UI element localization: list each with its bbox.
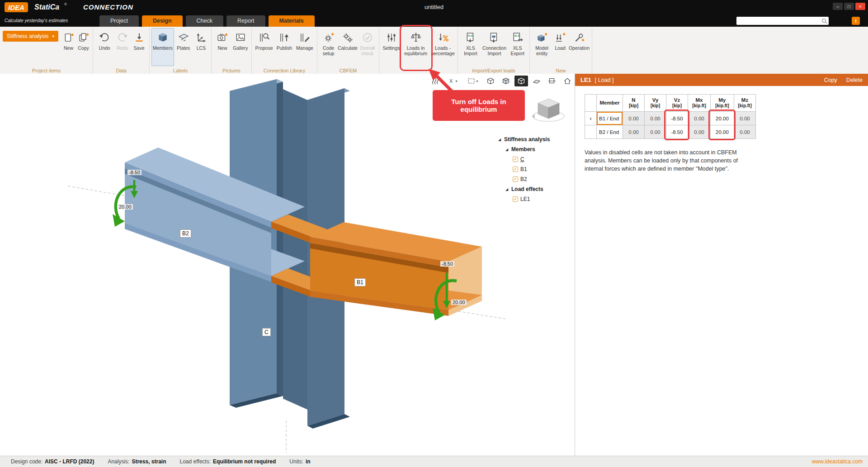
close-button[interactable]: × bbox=[855, 3, 865, 10]
viewport-toolbar: X ▾ ▾ bbox=[429, 76, 574, 86]
tree-load-effects-group[interactable]: ◢ Load effects bbox=[497, 184, 573, 194]
tab-project[interactable]: Project bbox=[99, 15, 139, 27]
tab-report[interactable]: Report bbox=[226, 15, 265, 27]
cell-b2-my[interactable]: 20.00 bbox=[711, 125, 734, 139]
cell-b1-n: 0.00 bbox=[623, 112, 645, 125]
load-label-moment-left: 20.00 bbox=[118, 204, 133, 210]
column-header-mx: Mx [kip.ft] bbox=[688, 95, 711, 112]
xls-import-button[interactable]: XLS XLS Import bbox=[460, 28, 481, 66]
save-button[interactable]: Save bbox=[131, 28, 147, 66]
checkbox-b1[interactable]: ✓ bbox=[513, 167, 518, 172]
row-selector[interactable]: › bbox=[585, 112, 597, 125]
home-view-icon[interactable] bbox=[561, 76, 574, 86]
cell-member-b2-end[interactable]: B2 / End bbox=[597, 125, 623, 139]
website-link[interactable]: www.ideastatica.com bbox=[812, 458, 863, 465]
row-selector[interactable] bbox=[585, 125, 597, 139]
member-label-b1[interactable]: B1 bbox=[354, 278, 366, 286]
delete-load-button[interactable]: Delete bbox=[846, 77, 863, 83]
load-effects-label: Load effects: bbox=[179, 458, 211, 465]
tab-materials[interactable]: Materials bbox=[269, 15, 315, 27]
settings-button[interactable]: Settings bbox=[381, 28, 401, 66]
labels-display-dropdown[interactable]: X ▾ bbox=[444, 76, 462, 86]
expander-icon[interactable]: ◢ bbox=[497, 138, 502, 142]
view-plane-icon[interactable] bbox=[530, 76, 543, 86]
operation-button[interactable]: Operation bbox=[568, 28, 590, 66]
viewport-3d[interactable]: -8.50 20.00 -8.50 20.00 B2 B1 C X ▾ ▾ bbox=[0, 74, 575, 456]
column-header-my: My [kip.ft] bbox=[711, 95, 734, 112]
chevron-down-icon: ▾ bbox=[52, 34, 55, 38]
tree-root[interactable]: ◢ Stiffness analysis bbox=[497, 134, 573, 144]
checkbox-b2[interactable]: ✓ bbox=[513, 176, 518, 182]
column-header-member: Member bbox=[597, 95, 623, 112]
ribbon-group-import-export: XLS XLS Import Connection Import XLS XLS… bbox=[458, 27, 530, 74]
maximize-button[interactable]: □ bbox=[844, 3, 854, 10]
group-caption: Labels bbox=[150, 68, 211, 73]
tree-item-b1[interactable]: ✓ B1 bbox=[497, 164, 573, 174]
navigation-cube[interactable] bbox=[531, 95, 566, 127]
checkbox-c[interactable]: ✓ bbox=[513, 157, 518, 162]
minimize-button[interactable]: – bbox=[833, 3, 843, 10]
tree-item-c[interactable]: ✓ C bbox=[497, 154, 573, 164]
xls-export-button[interactable]: XLS XLS Export bbox=[507, 28, 528, 66]
tree-members-group[interactable]: ◢ Members bbox=[497, 144, 573, 154]
picture-gallery-button[interactable]: Gallery bbox=[231, 28, 250, 66]
tree-item-le1[interactable]: ✓ LE1 bbox=[497, 194, 573, 204]
expander-icon[interactable]: ◢ bbox=[505, 148, 509, 152]
publish-button[interactable]: Publish bbox=[274, 28, 294, 66]
annotation-callout: Turn off Loads in equilibrium bbox=[433, 90, 525, 121]
search-box[interactable] bbox=[736, 17, 829, 25]
check-circle-icon bbox=[362, 30, 373, 45]
load-effect-id: LE1 bbox=[580, 76, 591, 83]
deformed-shape-icon[interactable] bbox=[429, 76, 442, 86]
chevron-down-icon: ▾ bbox=[476, 79, 478, 83]
labels-plates-toggle[interactable]: Plates bbox=[174, 28, 193, 66]
view-solid-icon[interactable] bbox=[514, 76, 528, 86]
calculate-button[interactable]: Calculate bbox=[338, 28, 358, 66]
manage-button[interactable]: Manage bbox=[294, 28, 315, 66]
cell-b1-my[interactable]: 20.00 bbox=[711, 112, 734, 125]
member-label-b2[interactable]: B2 bbox=[180, 229, 191, 238]
stiffness-analysis-dropdown[interactable]: Stiffness analysis ▾ bbox=[3, 31, 58, 42]
loads-percentage-toggle[interactable]: Loads - percentage bbox=[430, 28, 456, 66]
propose-button[interactable]: Propose bbox=[254, 28, 274, 66]
overall-check-button: Overall check bbox=[358, 28, 377, 66]
scene-3d[interactable] bbox=[0, 74, 575, 456]
cell-b2-n: 0.00 bbox=[623, 125, 645, 139]
tab-check[interactable]: Check bbox=[186, 15, 223, 27]
view-wireframe-icon[interactable] bbox=[484, 76, 497, 86]
group-caption: New bbox=[530, 68, 592, 73]
picture-new-button[interactable]: New bbox=[213, 28, 231, 66]
publish-upload-icon bbox=[278, 30, 290, 45]
checkbox-le1[interactable]: ✓ bbox=[513, 196, 518, 202]
model-entity-button[interactable]: Model entity bbox=[532, 28, 552, 66]
load-button[interactable]: Load bbox=[552, 28, 568, 66]
selection-marquee-dropdown[interactable]: ▾ bbox=[464, 76, 482, 86]
manage-pencil-icon bbox=[299, 30, 311, 45]
expander-icon[interactable]: ◢ bbox=[505, 187, 509, 191]
labels-members-toggle[interactable]: Members bbox=[151, 28, 174, 66]
loads-in-equilibrium-toggle[interactable]: Loads in equilibrium bbox=[401, 28, 430, 66]
view-shaded-icon[interactable] bbox=[499, 76, 513, 86]
member-label-c[interactable]: C bbox=[262, 328, 271, 336]
plates-icon bbox=[178, 30, 189, 45]
labels-lcs-toggle[interactable]: LCS bbox=[193, 28, 209, 66]
undo-button[interactable]: Undo bbox=[95, 28, 114, 66]
tree-item-b2[interactable]: ✓ B2 bbox=[497, 174, 573, 184]
lcs-axes-icon bbox=[195, 30, 207, 45]
gears-icon bbox=[342, 30, 354, 45]
load-label-shear-left: -8.50 bbox=[127, 170, 142, 175]
code-setup-button[interactable]: Code setup bbox=[319, 28, 338, 66]
connection-import-button[interactable]: Connection Import bbox=[481, 28, 508, 66]
cell-b2-vz[interactable]: -8.50 bbox=[666, 125, 688, 139]
copy-project-item-button[interactable]: Copy bbox=[76, 28, 91, 66]
search-input[interactable] bbox=[738, 17, 821, 25]
units-label: Units: bbox=[289, 458, 303, 465]
cell-member-b1-end[interactable]: B1 / End bbox=[597, 112, 623, 125]
info-button[interactable]: i bbox=[852, 17, 860, 25]
new-project-item-button[interactable]: New bbox=[61, 28, 76, 66]
copy-load-button[interactable]: Copy bbox=[824, 77, 837, 83]
tagline: Calculate yesterday's estimates bbox=[5, 18, 68, 23]
cell-b1-vz[interactable]: -8.50 bbox=[666, 112, 688, 125]
tab-design[interactable]: Design bbox=[142, 15, 183, 27]
section-plane-icon[interactable] bbox=[545, 76, 559, 86]
